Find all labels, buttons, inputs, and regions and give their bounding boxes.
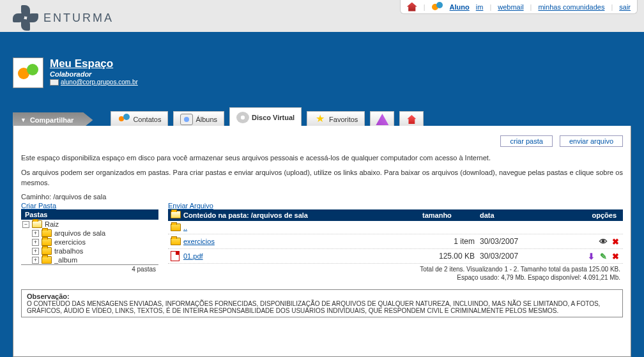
folder-open-icon	[171, 211, 181, 218]
tree-item[interactable]: +trabalhos	[21, 247, 158, 255]
user-role: Colaborador	[50, 70, 138, 78]
contacts-icon	[118, 114, 130, 125]
house-icon	[405, 114, 418, 125]
folder-icon	[42, 247, 52, 255]
brand-name: ENTURMA	[43, 11, 114, 25]
folder-icon	[42, 238, 52, 246]
file-size: 125.00 KB	[422, 252, 480, 261]
folder-icon	[171, 238, 181, 245]
file-size: 1 item	[422, 237, 480, 246]
edit-icon[interactable]: ✎	[598, 251, 608, 261]
pdf-icon	[171, 251, 180, 261]
file-row: exercicios 1 item 30/03/2007 👁 ✖	[168, 234, 623, 249]
home-icon[interactable]	[407, 3, 417, 11]
albums-icon	[180, 114, 193, 125]
mail-icon	[50, 79, 59, 86]
party-icon	[376, 114, 388, 125]
logo-icon	[13, 5, 38, 31]
profile-header: Meu Espaço Colaborador aluno@corp.grupos…	[13, 57, 138, 88]
enviar-arquivo-link[interactable]: Enviar Arquivo	[168, 202, 213, 209]
nav-aluno[interactable]: Aluno	[450, 3, 470, 11]
avatar	[13, 57, 43, 88]
delete-icon[interactable]: ✖	[610, 251, 620, 261]
nav-im[interactable]: im	[476, 3, 484, 11]
delete-icon[interactable]: ✖	[610, 236, 620, 247]
brand-logo: ENTURMA	[13, 5, 114, 31]
observation-box: Observação: O CONTEÚDO DAS MENSAGENS ENV…	[21, 289, 623, 317]
expand-icon[interactable]: +	[32, 239, 39, 246]
user-email[interactable]: aluno@corp.grupos.com.br	[61, 79, 138, 86]
expand-icon[interactable]: +	[32, 257, 39, 264]
tree-item[interactable]: +exercicios	[21, 238, 158, 247]
file-row: 01.pdf 125.00 KB 30/03/2007 ⬇ ✎ ✖	[168, 249, 623, 264]
tree-footer: 4 pastas	[21, 264, 158, 273]
tree-item[interactable]: +_album	[21, 255, 158, 264]
file-link[interactable]: 01.pdf	[183, 252, 203, 260]
file-table-footer: Total de 2 itens. Visualizando 1 - 2. Ta…	[168, 264, 623, 283]
parent-folder-row[interactable]: ..	[168, 221, 623, 234]
tabs-bar: Compartilhar Contatos Álbuns Disco Virtu…	[13, 105, 631, 128]
enviar-arquivo-button[interactable]: enviar arquivo	[560, 135, 623, 147]
people-icon	[432, 2, 443, 12]
expand-icon[interactable]: +	[32, 248, 39, 255]
favorites-icon	[314, 114, 326, 125]
folder-tree: −Raiz +arquivos de sala +exercicios +tra…	[21, 220, 158, 264]
intro-text-1: Este espaço disponibiliza espaço em disc…	[21, 153, 623, 163]
file-date: 30/03/2007	[480, 252, 550, 261]
nav-sair[interactable]: sair	[619, 3, 631, 11]
tree-root[interactable]: −Raiz	[21, 220, 158, 229]
criar-pasta-button[interactable]: criar pasta	[500, 135, 552, 147]
criar-pasta-link[interactable]: Criar Pasta	[21, 202, 56, 209]
view-icon[interactable]: 👁	[598, 236, 608, 247]
main-content: criar pasta enviar arquivo Este espaço d…	[13, 126, 631, 357]
folder-icon	[42, 229, 52, 237]
file-table-header: Conteúdo na pasta: /arquivos de sala tam…	[168, 209, 623, 221]
download-icon[interactable]: ⬇	[586, 251, 596, 261]
tab-disco-virtual[interactable]: Disco Virtual	[229, 107, 302, 128]
disk-icon	[236, 112, 249, 123]
folder-icon	[32, 220, 42, 228]
intro-text-2: Os arquivos podem ser organizados em pas…	[21, 168, 623, 188]
folder-link[interactable]: exercicios	[183, 238, 215, 245]
nav-webmail[interactable]: webmail	[498, 3, 523, 11]
observation-body: O CONTEÚDO DAS MENSAGENS ENVIADAS, INFOR…	[27, 300, 600, 314]
folder-icon	[171, 224, 181, 231]
nav-comunidades[interactable]: minhas comunidades	[538, 3, 604, 11]
tree-header: Pastas	[21, 209, 158, 220]
up-link[interactable]: ..	[183, 224, 187, 231]
expand-icon[interactable]: +	[32, 230, 39, 237]
breadcrumb: Caminho: /arquivos de sala	[21, 193, 623, 201]
file-date: 30/03/2007	[480, 237, 550, 246]
page-title[interactable]: Meu Espaço	[50, 57, 138, 70]
collapse-icon[interactable]: −	[22, 221, 29, 228]
folder-icon	[42, 256, 52, 264]
observation-title: Observação:	[27, 292, 70, 300]
top-nav: | Aluno im | webmail | minhas comunidade…	[400, 0, 638, 14]
tree-item[interactable]: +arquivos de sala	[21, 229, 158, 238]
